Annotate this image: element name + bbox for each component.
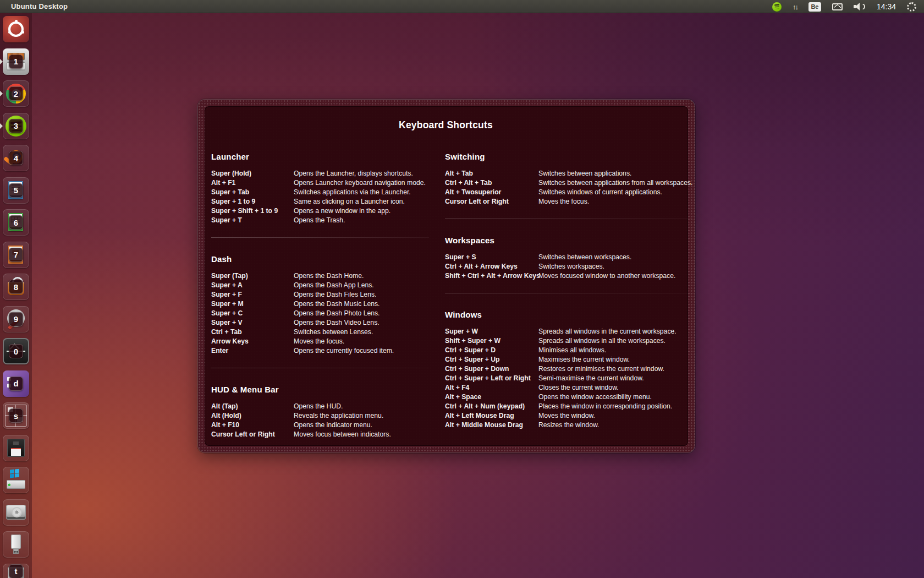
shortcut-key: Alt + F1: [211, 178, 294, 188]
shortcut-row: Super + T Opens the Trash.: [211, 216, 429, 225]
shortcut-rows: Alt (Tap) Opens the HUD. Alt (Hold) Reve…: [211, 402, 429, 439]
shortcut-row: Ctrl + Super + D Minimises all windows.: [445, 346, 692, 355]
shortcut-badge: t: [9, 564, 23, 578]
shortcut-badge: 9: [9, 312, 23, 326]
launcher-item-dash-home[interactable]: [3, 16, 29, 42]
shortcut-description: Switches between applications from all w…: [538, 178, 692, 188]
shortcut-row: Alt + Space Opens the window accessibili…: [445, 392, 692, 402]
right-column: Switching Alt + Tab Switches between app…: [445, 152, 692, 439]
shortcut-row: Alt + Tab Switches between applications.: [445, 169, 692, 178]
unity-launcher: 1 2 3 4 5 6: [0, 13, 32, 578]
section-dash: Dash Super (Tap) Opens the Dash Home. Su…: [211, 254, 429, 356]
shortcut-description: Switches between applications.: [538, 169, 631, 178]
launcher-item-files[interactable]: 1: [3, 48, 29, 75]
section-launcher: Launcher Super (Hold) Opens the Launcher…: [211, 152, 429, 225]
shortcut-key: Alt + Left Mouse Drag: [445, 411, 538, 421]
shortcut-description: Switches between workspaces.: [538, 253, 631, 262]
shortcut-description: Spreads all windows in all the workspace…: [538, 336, 666, 346]
shortcut-row: Super (Hold) Opens the Launcher, display…: [211, 169, 429, 178]
section-title: Launcher: [211, 152, 429, 161]
shortcut-row: Super (Tap) Opens the Dash Home.: [211, 271, 429, 281]
shortcut-row: Alt + F10 Opens the indicator menu.: [211, 421, 429, 430]
session-indicator[interactable]: [907, 0, 916, 13]
shortcut-row: Shift + Ctrl + Alt + Arrow Keys Moves fo…: [445, 271, 692, 281]
shortcut-badge: 3: [9, 119, 23, 133]
shortcut-description: Opens the Dash App Lens.: [294, 281, 374, 290]
shortcut-rows: Super (Hold) Opens the Launcher, display…: [211, 169, 429, 225]
shortcut-row: Alt + Left Mouse Drag Moves the window.: [445, 411, 692, 421]
shortcut-key: Ctrl + Alt + Num (keypad): [445, 402, 538, 411]
shortcut-description: Same as clicking on a Launcher icon.: [294, 197, 405, 206]
launcher-item-system-settings[interactable]: 9: [3, 306, 29, 332]
shortcut-description: Moves the focus.: [538, 197, 589, 206]
shortcut-row: Alt (Hold) Reveals the application menu.: [211, 411, 429, 421]
launcher-item-system-monitor[interactable]: 0: [3, 338, 29, 364]
shortcut-key: Alt + F10: [211, 421, 294, 430]
launcher-item-floppy-volume[interactable]: [3, 435, 29, 461]
launcher-item-workspace-switcher[interactable]: s: [3, 402, 29, 429]
indicator-tray: ↑↓ Be 14:34: [772, 0, 916, 13]
shortcut-description: Opens the Dash Music Lens.: [294, 299, 380, 309]
shortcut-rows: Super (Tap) Opens the Dash Home. Super +…: [211, 271, 429, 356]
shortcut-badge: 0: [9, 344, 23, 358]
shortcut-row: Cursor Left or Right Moves focus between…: [211, 430, 429, 439]
shortcut-row: Ctrl + Super + Down Restores or minimise…: [445, 364, 692, 374]
shortcut-key: Shift + Ctrl + Alt + Arrow Keys: [445, 271, 538, 281]
shortcut-description: Opens the Dash Video Lens.: [294, 318, 380, 328]
shortcut-key: Super + S: [445, 253, 538, 262]
shortcut-key: Ctrl + Super + D: [445, 346, 538, 355]
launcher-item-libreoffice-impress[interactable]: 7: [3, 242, 29, 268]
shortcut-key: Ctrl + Super + Left or Right: [445, 374, 538, 383]
shortcut-badge: 5: [9, 183, 23, 198]
shortcut-key: Alt + F4: [445, 383, 538, 392]
shortcut-row: Super + Shift + 1 to 9 Opens a new windo…: [211, 206, 429, 216]
launcher-item-usb-volume[interactable]: [3, 531, 29, 558]
launcher-item-trash[interactable]: t: [3, 564, 29, 578]
section-title: Dash: [211, 254, 429, 264]
shortcut-description: Opens the indicator menu.: [294, 421, 372, 430]
be-indicator[interactable]: Be: [809, 0, 821, 13]
shortcut-description: Switches windows of current applications…: [538, 188, 662, 197]
launcher-item-d-app[interactable]: d: [3, 370, 29, 397]
shortcut-key: Ctrl + Alt + Tab: [445, 178, 538, 188]
network-indicator[interactable]: ↑↓: [793, 0, 798, 13]
shortcut-description: Opens Launcher keyboard navigation mode.: [294, 178, 426, 188]
shortcut-row: Super + F Opens the Dash Files Lens.: [211, 290, 429, 299]
shortcut-description: Restores or minimises the current window…: [538, 364, 664, 374]
shortcut-description: Spreads all windows in the current works…: [538, 327, 676, 336]
shortcut-key: Super (Tap): [211, 271, 294, 281]
shortcut-row: Super + A Opens the Dash App Lens.: [211, 281, 429, 290]
launcher-item-blender[interactable]: 4: [3, 145, 29, 171]
shortcut-description: Moves focus between indicators.: [294, 430, 391, 439]
clock[interactable]: 14:34: [877, 0, 896, 13]
shortcut-key: Super + Tab: [211, 188, 294, 197]
shortcut-row: Alt + Middle Mouse Drag Resizes the wind…: [445, 421, 692, 430]
mail-indicator[interactable]: [832, 0, 843, 13]
shortcut-description: Minimises all windows.: [538, 346, 606, 355]
launcher-item-chrome[interactable]: 2: [3, 80, 29, 107]
shortcut-description: Opens a new window in the app.: [294, 206, 391, 216]
launcher-item-harddisk-volume[interactable]: [3, 499, 29, 526]
shortcut-badge: 7: [9, 248, 23, 262]
launcher-item-spotify[interactable]: 3: [3, 113, 29, 139]
shortcuts-columns: Launcher Super (Hold) Opens the Launcher…: [211, 152, 680, 439]
launcher-item-libreoffice-calc[interactable]: 6: [3, 209, 29, 236]
launcher-item-windows-volume[interactable]: [3, 467, 29, 493]
section-switching: Switching Alt + Tab Switches between app…: [445, 152, 692, 206]
be-badge: Be: [809, 2, 821, 12]
shortcut-key: Super (Hold): [211, 169, 294, 178]
spotify-indicator[interactable]: [772, 0, 782, 13]
shortcut-row: Ctrl + Alt + Num (keypad) Places the win…: [445, 402, 692, 411]
launcher-item-libreoffice-writer[interactable]: 5: [3, 177, 29, 204]
app-icon: [3, 531, 29, 558]
shortcut-key: Cursor Left or Right: [211, 430, 294, 439]
shortcut-key: Ctrl + Super + Up: [445, 355, 538, 364]
shortcut-description: Opens the currently focused item.: [294, 346, 394, 356]
section-hud-menu-bar: HUD & Menu Bar Alt (Tap) Opens the HUD. …: [211, 385, 429, 439]
shortcut-badge: 2: [9, 86, 23, 101]
shortcut-row: Ctrl + Alt + Tab Switches between applic…: [445, 178, 692, 188]
shortcut-row: Ctrl + Super + Left or Right Semi-maximi…: [445, 374, 692, 383]
sound-indicator[interactable]: [854, 0, 866, 13]
launcher-item-software-center[interactable]: 8: [3, 274, 29, 300]
section-divider: [445, 219, 692, 219]
